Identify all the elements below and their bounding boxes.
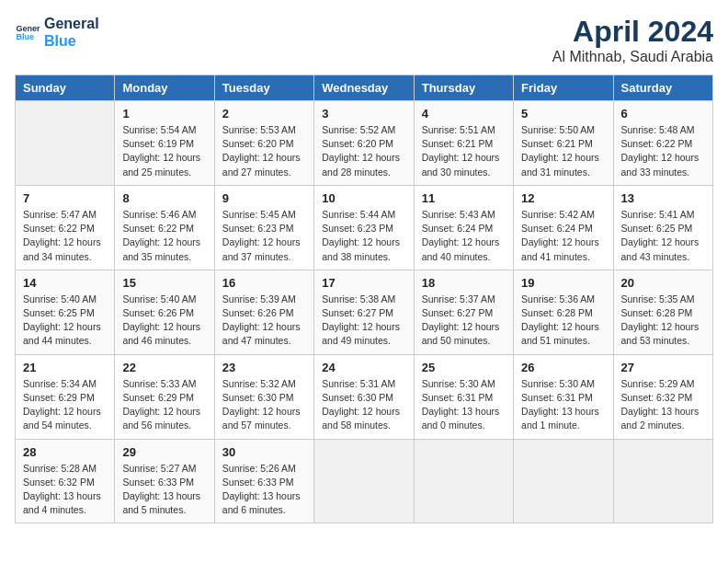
day-info: Sunrise: 5:42 AM Sunset: 6:24 PM Dayligh…: [521, 208, 605, 264]
day-info: Sunrise: 5:45 AM Sunset: 6:23 PM Dayligh…: [222, 208, 306, 264]
day-info: Sunrise: 5:27 AM Sunset: 6:33 PM Dayligh…: [122, 462, 206, 518]
day-number: 19: [521, 276, 605, 290]
day-cell: 6Sunrise: 5:48 AM Sunset: 6:22 PM Daylig…: [613, 101, 712, 186]
day-number: 25: [422, 361, 506, 374]
day-cell: 3Sunrise: 5:52 AM Sunset: 6:20 PM Daylig…: [314, 101, 414, 186]
week-row-2: 7Sunrise: 5:47 AM Sunset: 6:22 PM Daylig…: [16, 185, 713, 270]
day-number: 18: [422, 276, 506, 290]
day-info: Sunrise: 5:28 AM Sunset: 6:32 PM Dayligh…: [23, 462, 107, 518]
logo-line2: Blue: [44, 32, 99, 50]
col-header-saturday: Saturday: [613, 75, 712, 101]
col-header-wednesday: Wednesday: [314, 75, 414, 101]
day-number: 3: [322, 107, 405, 121]
day-info: Sunrise: 5:29 AM Sunset: 6:32 PM Dayligh…: [621, 377, 705, 433]
col-header-sunday: Sunday: [16, 75, 115, 101]
day-number: 30: [222, 445, 306, 459]
day-cell: [514, 439, 613, 523]
col-header-friday: Friday: [514, 75, 613, 101]
day-number: 11: [422, 191, 506, 205]
day-cell: 8Sunrise: 5:46 AM Sunset: 6:22 PM Daylig…: [115, 185, 214, 270]
day-cell: 21Sunrise: 5:34 AM Sunset: 6:29 PM Dayli…: [16, 354, 115, 439]
day-number: 16: [222, 276, 306, 290]
day-number: 14: [23, 276, 107, 290]
svg-text:Blue: Blue: [16, 33, 34, 42]
day-cell: 16Sunrise: 5:39 AM Sunset: 6:26 PM Dayli…: [214, 270, 313, 354]
day-cell: 26Sunrise: 5:30 AM Sunset: 6:31 PM Dayli…: [514, 354, 613, 439]
day-info: Sunrise: 5:41 AM Sunset: 6:25 PM Dayligh…: [621, 208, 705, 264]
day-info: Sunrise: 5:48 AM Sunset: 6:22 PM Dayligh…: [621, 123, 705, 179]
header-row: SundayMondayTuesdayWednesdayThursdayFrid…: [16, 75, 713, 101]
day-number: 4: [422, 107, 506, 121]
day-cell: 14Sunrise: 5:40 AM Sunset: 6:25 PM Dayli…: [16, 270, 115, 354]
week-row-3: 14Sunrise: 5:40 AM Sunset: 6:25 PM Dayli…: [16, 270, 713, 354]
day-info: Sunrise: 5:50 AM Sunset: 6:21 PM Dayligh…: [521, 123, 605, 179]
day-cell: 7Sunrise: 5:47 AM Sunset: 6:22 PM Daylig…: [16, 185, 115, 270]
day-cell: 4Sunrise: 5:51 AM Sunset: 6:21 PM Daylig…: [414, 101, 513, 186]
day-cell: 9Sunrise: 5:45 AM Sunset: 6:23 PM Daylig…: [214, 185, 313, 270]
day-cell: 24Sunrise: 5:31 AM Sunset: 6:30 PM Dayli…: [314, 354, 414, 439]
day-info: Sunrise: 5:31 AM Sunset: 6:30 PM Dayligh…: [322, 377, 405, 433]
day-info: Sunrise: 5:47 AM Sunset: 6:22 PM Dayligh…: [23, 208, 107, 264]
day-number: 26: [521, 361, 605, 374]
week-row-5: 28Sunrise: 5:28 AM Sunset: 6:32 PM Dayli…: [16, 439, 713, 523]
day-info: Sunrise: 5:35 AM Sunset: 6:28 PM Dayligh…: [621, 293, 705, 349]
logo: General Blue General Blue: [15, 15, 99, 50]
day-number: 24: [322, 361, 405, 374]
day-number: 9: [222, 191, 306, 205]
day-info: Sunrise: 5:32 AM Sunset: 6:30 PM Dayligh…: [222, 377, 306, 433]
day-info: Sunrise: 5:33 AM Sunset: 6:29 PM Dayligh…: [122, 377, 206, 433]
day-cell: 18Sunrise: 5:37 AM Sunset: 6:27 PM Dayli…: [414, 270, 513, 354]
day-number: 20: [621, 276, 705, 290]
day-number: 27: [621, 361, 705, 374]
day-number: 29: [122, 445, 206, 459]
day-cell: 12Sunrise: 5:42 AM Sunset: 6:24 PM Dayli…: [514, 185, 613, 270]
day-info: Sunrise: 5:34 AM Sunset: 6:29 PM Dayligh…: [23, 377, 107, 433]
day-info: Sunrise: 5:30 AM Sunset: 6:31 PM Dayligh…: [422, 377, 506, 433]
day-number: 15: [122, 276, 206, 290]
svg-text:General: General: [16, 24, 40, 33]
week-row-4: 21Sunrise: 5:34 AM Sunset: 6:29 PM Dayli…: [16, 354, 713, 439]
day-number: 23: [222, 361, 306, 374]
day-cell: 10Sunrise: 5:44 AM Sunset: 6:23 PM Dayli…: [314, 185, 414, 270]
subtitle: Al Mithnab, Saudi Arabia: [552, 49, 713, 65]
day-info: Sunrise: 5:26 AM Sunset: 6:33 PM Dayligh…: [222, 462, 306, 518]
day-number: 17: [322, 276, 405, 290]
day-info: Sunrise: 5:43 AM Sunset: 6:24 PM Dayligh…: [422, 208, 506, 264]
day-number: 12: [521, 191, 605, 205]
day-info: Sunrise: 5:38 AM Sunset: 6:27 PM Dayligh…: [322, 293, 405, 349]
day-number: 2: [222, 107, 306, 121]
day-cell: 13Sunrise: 5:41 AM Sunset: 6:25 PM Dayli…: [613, 185, 712, 270]
week-row-1: 1Sunrise: 5:54 AM Sunset: 6:19 PM Daylig…: [16, 101, 713, 186]
day-cell: 5Sunrise: 5:50 AM Sunset: 6:21 PM Daylig…: [514, 101, 613, 186]
day-info: Sunrise: 5:30 AM Sunset: 6:31 PM Dayligh…: [521, 377, 605, 433]
title-area: April 2024 Al Mithnab, Saudi Arabia: [552, 15, 713, 65]
day-cell: 2Sunrise: 5:53 AM Sunset: 6:20 PM Daylig…: [214, 101, 313, 186]
day-info: Sunrise: 5:44 AM Sunset: 6:23 PM Dayligh…: [322, 208, 405, 264]
day-info: Sunrise: 5:40 AM Sunset: 6:25 PM Dayligh…: [23, 293, 107, 349]
day-number: 22: [122, 361, 206, 374]
day-number: 8: [122, 191, 206, 205]
day-cell: 27Sunrise: 5:29 AM Sunset: 6:32 PM Dayli…: [613, 354, 712, 439]
col-header-monday: Monday: [115, 75, 214, 101]
day-cell: [314, 439, 414, 523]
day-info: Sunrise: 5:52 AM Sunset: 6:20 PM Dayligh…: [322, 123, 405, 179]
day-cell: 20Sunrise: 5:35 AM Sunset: 6:28 PM Dayli…: [613, 270, 712, 354]
day-cell: 22Sunrise: 5:33 AM Sunset: 6:29 PM Dayli…: [115, 354, 214, 439]
day-cell: [613, 439, 712, 523]
logo-icon: General Blue: [15, 19, 40, 45]
day-cell: 23Sunrise: 5:32 AM Sunset: 6:30 PM Dayli…: [214, 354, 313, 439]
day-number: 13: [621, 191, 705, 205]
day-number: 21: [23, 361, 107, 374]
day-cell: 29Sunrise: 5:27 AM Sunset: 6:33 PM Dayli…: [115, 439, 214, 523]
day-info: Sunrise: 5:51 AM Sunset: 6:21 PM Dayligh…: [422, 123, 506, 179]
day-number: 1: [122, 107, 206, 121]
day-info: Sunrise: 5:39 AM Sunset: 6:26 PM Dayligh…: [222, 293, 306, 349]
col-header-tuesday: Tuesday: [214, 75, 313, 101]
day-cell: 25Sunrise: 5:30 AM Sunset: 6:31 PM Dayli…: [414, 354, 513, 439]
header: General Blue General Blue April 2024 Al …: [15, 15, 713, 65]
month-title: April 2024: [552, 15, 713, 49]
day-number: 10: [322, 191, 405, 205]
day-cell: 1Sunrise: 5:54 AM Sunset: 6:19 PM Daylig…: [115, 101, 214, 186]
day-cell: [414, 439, 513, 523]
day-cell: 17Sunrise: 5:38 AM Sunset: 6:27 PM Dayli…: [314, 270, 414, 354]
